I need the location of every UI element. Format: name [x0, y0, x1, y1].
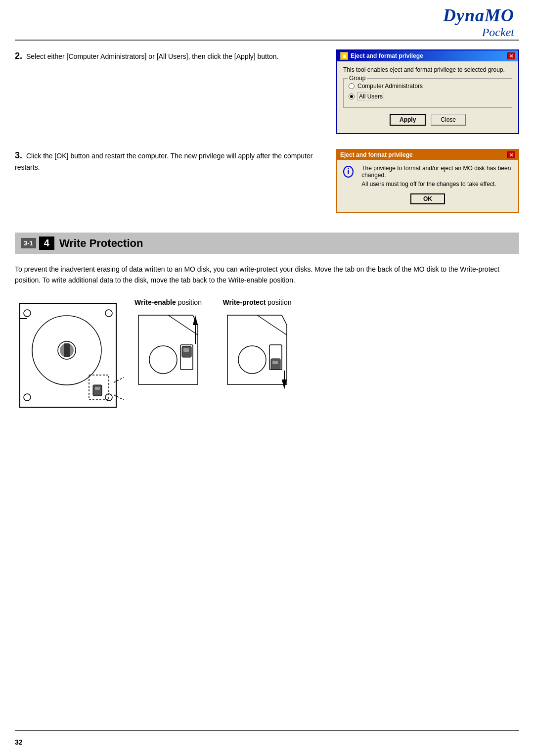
- radio-admin-label: Computer Administrators: [357, 83, 423, 90]
- info-icon: i: [343, 166, 354, 178]
- write-protection-header: 3-1 4 Write Protection: [15, 233, 519, 254]
- step2-dialog: 🖥 Eject and format privilege ✕ This tool…: [336, 49, 519, 134]
- svg-rect-8: [64, 343, 70, 357]
- write-protect-label: Write-protect position: [222, 298, 291, 306]
- ok-button[interactable]: OK: [410, 193, 445, 204]
- dialog1-icon: 🖥: [340, 52, 348, 60]
- dialog2-message-area: i The privilege to format and/or eject a…: [343, 165, 512, 188]
- dialog2-msg-line2: All users must log off for the changes t…: [361, 181, 512, 188]
- disk-positions: Write-enable position: [134, 298, 292, 389]
- disk-illustrations: Write-enable position: [15, 298, 519, 412]
- dialog1-title-left: 🖥 Eject and format privilege: [340, 52, 423, 60]
- dialog1-buttons: Apply Close: [343, 114, 512, 126]
- page-number: 32: [15, 738, 23, 746]
- wp-badge-inner: 4: [39, 236, 54, 250]
- write-enable-label: Write-enable position: [134, 298, 202, 306]
- write-enable-svg: [134, 310, 203, 389]
- step3-section: 3. Click the [OK] button and restart the…: [15, 149, 519, 213]
- bottom-border: [15, 730, 519, 731]
- main-content: 2. Select either [Computer Administrator…: [15, 49, 519, 427]
- dialog2-titlebar: Eject and format privilege ✕: [337, 150, 518, 160]
- svg-rect-12: [95, 387, 100, 390]
- logo-pocket: Pocket: [443, 26, 514, 39]
- dialog1-titlebar: 🖥 Eject and format privilege ✕: [337, 50, 518, 61]
- dialog1-title-text: Eject and format privilege: [351, 52, 423, 59]
- step2-description: Select either [Computer Administrators] …: [26, 52, 278, 60]
- svg-rect-24: [272, 361, 278, 364]
- svg-line-14: [114, 395, 124, 405]
- svg-point-21: [238, 346, 266, 374]
- dialog2-title-left: Eject and format privilege: [340, 151, 413, 158]
- logo-area: DynaMO Pocket: [443, 5, 514, 39]
- svg-rect-18: [183, 348, 189, 352]
- radio-users-label: All Users: [357, 93, 384, 100]
- mo-disk-svg: [15, 298, 124, 412]
- dialog1-close-button[interactable]: ✕: [507, 52, 515, 59]
- radio-users-circle[interactable]: [349, 94, 355, 99]
- dialog2-close-button[interactable]: ✕: [507, 151, 515, 158]
- svg-point-1: [24, 310, 31, 317]
- svg-rect-9: [20, 318, 27, 319]
- radio-admin-circle[interactable]: [349, 83, 355, 89]
- dialog2-buttons: OK: [343, 193, 512, 204]
- svg-line-13: [114, 373, 124, 382]
- dialog2-title-text: Eject and format privilege: [340, 151, 413, 158]
- write-enable-item: Write-enable position: [134, 298, 203, 389]
- dialog2-message-text: The privilege to format and/or eject an …: [361, 165, 512, 188]
- write-protect-item: Write-protect position: [222, 298, 292, 389]
- dialog1-description: This tool enables eject and format privi…: [343, 66, 512, 73]
- svg-point-15: [149, 346, 177, 374]
- wp-title: Write Protection: [59, 237, 143, 250]
- svg-rect-11: [93, 385, 102, 396]
- step2-number: 2.: [15, 51, 22, 61]
- step2-text: 2. Select either [Computer Administrator…: [15, 49, 321, 63]
- apply-button[interactable]: Apply: [390, 114, 426, 126]
- dialog1-body: This tool enables eject and format privi…: [337, 61, 518, 133]
- step2-section: 2. Select either [Computer Administrator…: [15, 49, 519, 134]
- wp-description: To prevent the inadvertent erasing of da…: [15, 264, 519, 286]
- wp-badge-outer: 3-1: [21, 238, 36, 248]
- step3-description: Click the [OK] button and restart the co…: [15, 152, 312, 171]
- dialog2-body: i The privilege to format and/or eject a…: [337, 160, 518, 212]
- eject-format-dialog-1: 🖥 Eject and format privilege ✕ This tool…: [336, 49, 519, 134]
- top-border: [15, 40, 519, 41]
- logo-dynamo: DynaMO: [443, 5, 514, 25]
- step3-dialog: Eject and format privilege ✕ i The privi…: [336, 149, 519, 213]
- svg-point-3: [24, 394, 31, 401]
- write-protect-svg: [222, 310, 292, 389]
- svg-point-2: [105, 310, 112, 317]
- radio-computer-admin[interactable]: Computer Administrators: [349, 83, 507, 90]
- step3-number: 3.: [15, 150, 22, 160]
- step3-text: 3. Click the [OK] button and restart the…: [15, 149, 321, 173]
- dialog2-msg-line1: The privilege to format and/or eject an …: [361, 165, 512, 179]
- group-box: Group Computer Administrators All Users: [343, 78, 512, 108]
- eject-format-dialog-2: Eject and format privilege ✕ i The privi…: [336, 149, 519, 213]
- radio-all-users[interactable]: All Users: [349, 93, 507, 100]
- close-button[interactable]: Close: [431, 114, 466, 126]
- mo-disk-main: [15, 298, 124, 412]
- group-label: Group: [348, 75, 367, 82]
